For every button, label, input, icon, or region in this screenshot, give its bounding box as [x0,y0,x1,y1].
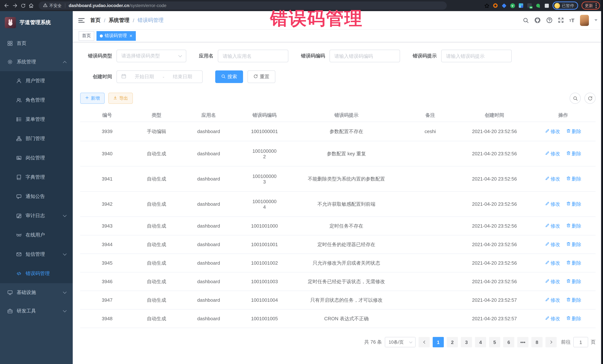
page-size-select[interactable]: 10条/页 [385,337,416,347]
add-button[interactable]: 新增 [80,93,105,104]
edit-link[interactable]: 修改 [545,176,560,182]
cell-app: dashboard [179,141,238,166]
cell-code: 100100000 3 [238,166,290,191]
browser-menu-icon[interactable] [596,3,597,8]
sidebar-item-sms-management[interactable]: 短信管理 [0,245,73,264]
cell-actions: 修改删除 [531,122,596,141]
user-avatar[interactable] [580,15,589,26]
browser-home-icon[interactable] [27,1,35,10]
extension-icon[interactable] [493,3,498,8]
table-row: 3944自动生成dashboard1001001001定时任务的处理器已经存在2… [80,235,596,254]
trash-icon [566,223,570,229]
view-tag[interactable]: 首页 [79,31,94,41]
search-button[interactable]: 搜索 [215,70,243,83]
edit-link[interactable]: 修改 [545,128,560,135]
edit-link[interactable]: 修改 [545,260,560,266]
delete-link[interactable]: 删除 [566,297,581,303]
error-msg-input[interactable] [441,50,512,62]
extension-icon[interactable] [501,3,507,8]
delete-link[interactable]: 删除 [566,315,581,322]
delete-link[interactable]: 删除 [566,223,581,229]
extension-icon[interactable] [544,3,549,8]
refresh-table-button[interactable] [584,93,596,104]
edit-link[interactable]: 修改 [545,223,560,229]
page-button[interactable]: 6 [503,337,514,347]
sidebar-item-role-management[interactable]: 角色管理 [0,90,73,110]
sidebar-item-notice-announcement[interactable]: 通知公告 [0,187,73,206]
cell-code: 1001001003 [238,272,290,291]
sidebar-item-online-users[interactable]: 在线用户 [0,225,73,245]
edit-link[interactable]: 修改 [545,201,560,207]
browser-back-icon[interactable] [3,1,10,10]
trash-icon [566,260,570,266]
extension-icon[interactable] [535,3,541,8]
sidebar: 芋道管理系统 首页系统管理用户管理角色管理菜单管理部门管理岗位管理字典管理通知公… [0,11,73,364]
hamburger-icon[interactable] [78,18,85,22]
search-icon[interactable] [523,17,529,23]
sidebar-item-menu-management[interactable]: 菜单管理 [0,110,73,129]
sidebar-item-dict-management[interactable]: 字典管理 [0,167,73,187]
cell-time: 2021-04-20 23:52:56 [458,272,531,291]
tool-icon [7,309,13,314]
sidebar-item-audit-log[interactable]: 审计日志 [0,206,73,225]
page-button[interactable]: 1 [433,337,444,347]
page-button[interactable]: 4 [475,337,486,347]
download-icon [113,96,117,101]
page-button[interactable]: 8 [531,337,543,347]
fullscreen-icon[interactable] [558,17,564,23]
export-button[interactable]: 导出 [108,93,133,104]
cell-type: 自动生成 [134,254,179,272]
goto-page-input[interactable] [573,337,588,347]
breadcrumb-item[interactable]: 首页 [90,17,101,23]
date-range-picker[interactable]: 开始日期 - 结束日期 [116,70,203,83]
close-icon[interactable]: × [129,33,132,38]
delete-link[interactable]: 删除 [566,128,581,135]
extension-icon[interactable]: v [510,3,515,8]
ellipsis-pages-button[interactable]: ••• [517,337,528,347]
extension-icon[interactable]: on [527,3,532,8]
edit-link[interactable]: 修改 [545,241,560,248]
sidebar-item-dev-tools[interactable]: 研发工具 [0,302,73,320]
chevron-down-icon[interactable] [594,19,597,21]
next-page-button[interactable] [545,337,557,347]
browser-profile-badge[interactable]: 已暂停 [553,1,578,10]
browser-update-button[interactable]: 更新 [581,1,600,10]
reset-button[interactable]: 重置 [247,70,275,83]
github-icon[interactable] [534,17,541,23]
help-icon[interactable] [546,17,553,23]
prev-page-button[interactable] [418,337,430,347]
sidebar-item-post-management[interactable]: 岗位管理 [0,148,73,167]
sidebar-item-user-management[interactable]: 用户管理 [0,71,73,90]
sidebar-item-dept-management[interactable]: 部门管理 [0,129,73,148]
delete-link[interactable]: 删除 [566,201,581,207]
toggle-search-button[interactable] [570,93,581,104]
extension-icon[interactable] [518,3,524,8]
delete-link[interactable]: 删除 [566,278,581,285]
sidebar-item-system-management[interactable]: 系统管理 [0,53,73,71]
cell-id: 3945 [80,254,134,272]
browser-forward-icon[interactable] [11,1,19,10]
font-size-icon[interactable]: TT [569,18,574,23]
breadcrumb-item[interactable]: 系统管理 [109,17,129,23]
sidebar-item-infrastructure[interactable]: 基础设施 [0,283,73,302]
edit-link[interactable]: 修改 [545,297,560,303]
edit-link[interactable]: 修改 [545,278,560,285]
edit-link[interactable]: 修改 [545,150,560,157]
sidebar-item-error-code-management[interactable]: 错误码管理 [0,264,73,283]
page-button[interactable]: 5 [489,337,500,347]
address-bar[interactable]: 不安全 dashboard.yudao.iocoder.cn/system/er… [39,1,447,10]
bookmark-star-icon[interactable] [484,3,489,8]
error-type-select[interactable]: 请选择错误码类型 [116,50,186,62]
delete-link[interactable]: 删除 [566,176,581,182]
delete-link[interactable]: 删除 [566,260,581,266]
delete-link[interactable]: 删除 [566,150,581,157]
browser-reload-icon[interactable] [19,1,27,10]
app-name-input[interactable] [218,50,288,62]
delete-link[interactable]: 删除 [566,241,581,248]
page-button[interactable]: 2 [447,337,458,347]
page-button[interactable]: 3 [461,337,472,347]
edit-link[interactable]: 修改 [545,315,560,322]
view-tag[interactable]: 错误码管理× [96,31,136,41]
sidebar-item-home[interactable]: 首页 [0,34,73,53]
error-code-input[interactable] [329,50,400,62]
